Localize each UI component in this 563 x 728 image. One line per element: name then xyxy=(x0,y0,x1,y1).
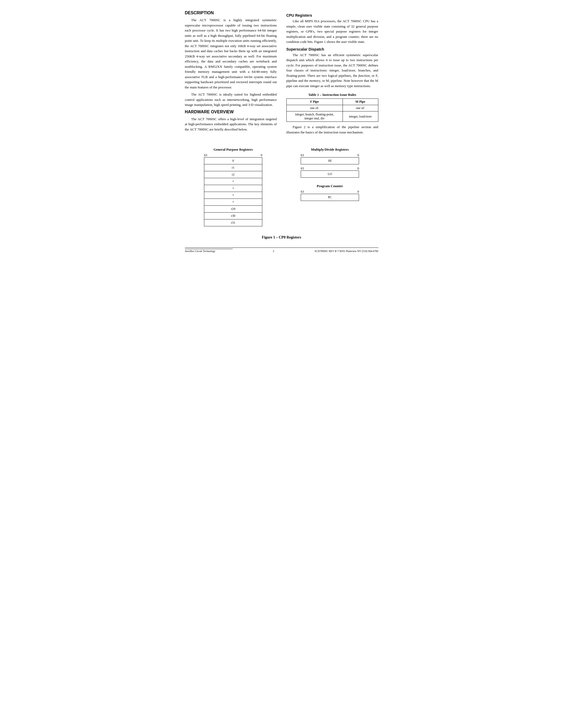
superscalar-dispatch-title: Superscalar Dispatch xyxy=(287,47,378,51)
pc-bit-low: 0 xyxy=(358,190,359,194)
gpr-bit-high: 63 xyxy=(204,153,207,157)
description-para-1: The ACT 7000SC is a highly integrated sy… xyxy=(185,17,277,90)
multiply-lo-bit-high: 63 xyxy=(301,167,304,170)
multiply-group: Multiply/Divide Registers 63 0 HI 63 0 L… xyxy=(301,147,359,178)
gpr-row-r1: r1 xyxy=(204,164,262,171)
hi-register: HI xyxy=(301,157,359,164)
page: Description The ACT 7000SC is a highly i… xyxy=(185,11,378,253)
pc-group: Program Counter 63 0 PC xyxy=(301,184,359,201)
table-row: one of: one of: xyxy=(287,105,378,111)
lo-register: LO xyxy=(301,170,359,178)
hardware-overview-para: The ACT 7000SC offers a high-level of in… xyxy=(185,116,277,132)
right-column: CPU Registers Like all MIPS ISA processo… xyxy=(287,11,378,137)
gpr-row-dot1: • xyxy=(204,178,262,185)
gpr-row-dot3: • xyxy=(204,192,262,199)
description-title: Description xyxy=(185,11,277,15)
gpr-row-dot4: • xyxy=(204,199,262,205)
figure-section: General Purpose Registers 63 0 0 r1 r2 •… xyxy=(185,145,378,229)
table-cell-fpipe-row1: one of: xyxy=(287,105,343,111)
table-cell-mpipe-row1: one of: xyxy=(343,105,378,111)
two-column-layout: Description The ACT 7000SC is a highly i… xyxy=(185,11,378,137)
description-para-2: The ACT 7000SC is ideally suited for hig… xyxy=(185,92,277,107)
multiply-hi-bit-labels: 63 0 xyxy=(301,153,359,157)
multiply-lo-bit-low: 0 xyxy=(358,167,359,170)
superscalar-dispatch-para: The ACT 7000SC has an efficient symmetri… xyxy=(287,52,378,89)
multiply-hi-bit-low: 0 xyxy=(358,153,359,157)
footer-company: Aeroflex Circuit Technology xyxy=(185,249,232,253)
gpr-bit-labels: 63 0 xyxy=(204,153,262,157)
gpr-bit-low: 0 xyxy=(261,153,262,157)
pc-title: Program Counter xyxy=(317,184,343,188)
footer-doc-info: SCD7000SC REV B 7/30/01 Plainview NY (51… xyxy=(315,250,378,253)
gpr-row-dot2: • xyxy=(204,185,262,192)
table-cell-fpipe-row2: integer, branch, floating-point,integer … xyxy=(287,111,343,122)
gpr-row-r29: r29 xyxy=(204,205,262,212)
table-title: Table 1 – Instruction Issue Rules xyxy=(287,93,378,97)
multiply-lo-bit-labels: 63 0 xyxy=(301,167,359,170)
footer-page-number: 2 xyxy=(273,249,274,253)
instruction-issue-table: F Pipe M Pipe one of: one of: integer, b… xyxy=(287,98,378,122)
footer-company-name: Aeroflex Circuit Technology xyxy=(185,250,215,253)
multiply-hi-bit-high: 63 xyxy=(301,153,304,157)
table-header-mpipe: M Pipe xyxy=(343,99,378,105)
gpr-row-r2: r2 xyxy=(204,171,262,178)
gpr-group: General Purpose Registers 63 0 0 r1 r2 •… xyxy=(204,147,262,226)
left-column: Description The ACT 7000SC is a highly i… xyxy=(185,11,277,137)
gpr-row-r30: r30 xyxy=(204,212,262,219)
cpu-registers-title: CPU Registers xyxy=(287,13,378,17)
multiply-title: Multiply/Divide Registers xyxy=(311,147,349,152)
pc-bit-high: 63 xyxy=(301,190,304,194)
table-cell-mpipe-row2: integer, load/store xyxy=(343,111,378,122)
footer: Aeroflex Circuit Technology 2 SCD7000SC … xyxy=(185,248,378,253)
pc-register: PC xyxy=(301,194,359,201)
gpr-row-0: 0 xyxy=(204,157,262,164)
cpu-registers-para: Like all MIPS ISA processors, the ACT 70… xyxy=(287,19,378,44)
figure-caption: Figure 1 – CP0 Registers xyxy=(185,235,378,240)
pc-bit-labels: 63 0 xyxy=(301,190,359,194)
gpr-title: General Purpose Registers xyxy=(213,147,253,152)
table-row: integer, branch, floating-point,integer … xyxy=(287,111,378,122)
table-header-fpipe: F Pipe xyxy=(287,99,343,105)
hardware-overview-title: Hardware Overview xyxy=(185,110,277,114)
figure-note: Figure 2 is a simplification of the pipe… xyxy=(287,124,378,135)
right-registers: Multiply/Divide Registers 63 0 HI 63 0 L… xyxy=(301,147,359,201)
gpr-row-r31: r31 xyxy=(204,219,262,226)
